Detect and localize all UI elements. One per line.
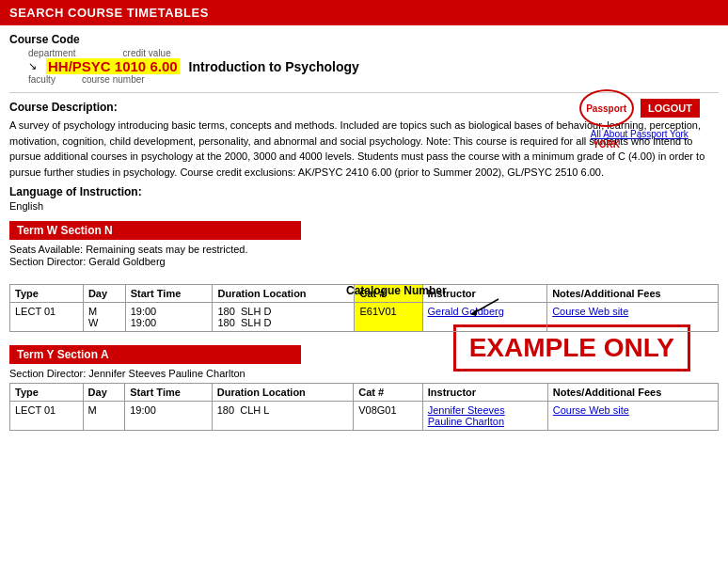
cell-day: MW bbox=[83, 303, 125, 332]
header: SEARCH COURSE TIMETABLES bbox=[0, 0, 728, 25]
term-y-bar: Term Y Section A bbox=[9, 345, 301, 364]
credit-value-label: credit value bbox=[123, 48, 171, 58]
notes-link-y[interactable]: Course Web site bbox=[553, 404, 629, 416]
col-type: Type bbox=[10, 285, 84, 303]
cell-cat-num-y: V08G01 bbox=[354, 402, 423, 431]
cell-notes-y: Course Web site bbox=[547, 402, 718, 431]
col-notes-y: Notes/Additional Fees bbox=[547, 384, 718, 402]
cell-type: LECT 01 bbox=[10, 303, 84, 332]
logout-button[interactable]: LOGOUT bbox=[641, 99, 700, 118]
course-name: Introduction to Psychology bbox=[189, 59, 359, 74]
catalogue-arrow-icon bbox=[470, 297, 508, 316]
col-day-y: Day bbox=[83, 384, 125, 402]
section-director-text: Section Director: Gerald Goldberg bbox=[9, 256, 719, 267]
cell-duration-location-y: 180 CLH L bbox=[212, 402, 353, 431]
table-row: LECT 01 MW 19:0019:00 180 SLH D180 SLH D… bbox=[10, 303, 719, 332]
course-number-label: course number bbox=[82, 74, 145, 85]
catalogue-number-label: Catalogue Number bbox=[346, 284, 447, 297]
svg-marker-1 bbox=[470, 308, 478, 316]
cell-start-time-y: 19:00 bbox=[125, 402, 212, 431]
passport-link[interactable]: All About Passport York bbox=[579, 129, 700, 139]
cell-instructor-y: Jennifer Steeves Pauline Charlton bbox=[422, 402, 547, 431]
seats-available-text: Seats Available: Remaining seats may be … bbox=[9, 244, 719, 255]
cell-start-time: 19:0019:00 bbox=[125, 303, 213, 332]
col-type-y: Type bbox=[10, 384, 84, 402]
passport-logo: PassportYORK bbox=[579, 89, 634, 127]
term-y-table: Type Day Start Time Duration Location Ca… bbox=[9, 383, 719, 431]
col-start-time-y: Start Time bbox=[125, 384, 212, 402]
notes-link[interactable]: Course Web site bbox=[552, 306, 628, 317]
col-duration-location: Duration Location bbox=[213, 285, 355, 303]
course-code-highlight: HH/PSYC 1010 6.00 bbox=[46, 58, 180, 74]
col-duration-location-y: Duration Location bbox=[212, 384, 353, 402]
col-notes: Notes/Additional Fees bbox=[547, 285, 719, 303]
language-label: Language of Instruction: bbox=[9, 185, 719, 198]
language-value: English bbox=[9, 200, 719, 212]
cell-notes: Course Web site bbox=[547, 303, 719, 332]
svg-line-0 bbox=[475, 299, 499, 312]
table-row: LECT 01 M 19:00 180 CLH L V08G01 Jennife… bbox=[10, 402, 719, 431]
col-day: Day bbox=[83, 285, 125, 303]
instructor-link-jennifer[interactable]: Jennifer Steeves bbox=[428, 404, 505, 416]
col-instructor-y: Instructor bbox=[422, 384, 547, 402]
faculty-label: faculty bbox=[28, 74, 55, 85]
term-w-bar: Term W Section N bbox=[9, 221, 301, 240]
cell-cat-num: E61V01 bbox=[355, 303, 422, 332]
course-code-label: Course Code bbox=[9, 33, 719, 46]
cell-duration-location: 180 SLH D180 SLH D bbox=[213, 303, 355, 332]
cell-type-y: LECT 01 bbox=[10, 402, 84, 431]
col-start-time: Start Time bbox=[125, 285, 213, 303]
instructor-link-pauline[interactable]: Pauline Charlton bbox=[428, 416, 504, 427]
cell-day-y: M bbox=[83, 402, 125, 431]
department-label: department bbox=[28, 48, 76, 58]
col-cat-num-y: Cat # bbox=[354, 384, 423, 402]
header-title: SEARCH COURSE TIMETABLES bbox=[9, 6, 209, 20]
